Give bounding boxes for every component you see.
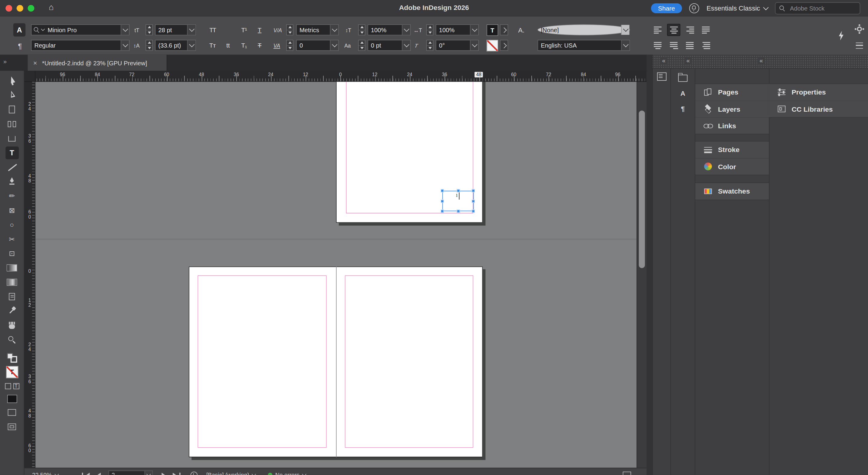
stepper-down[interactable] <box>427 30 433 35</box>
collapsed-panel-icon[interactable] <box>657 72 666 81</box>
font-family-combo[interactable]: Minion Pro <box>31 24 130 36</box>
horizontal-ruler[interactable]: 96 84 72 60 48 36 24 12 0 12 24 36 48 60… <box>36 71 647 82</box>
free-transform-tool[interactable]: ⊡ <box>0 246 24 260</box>
rectangle-frame-tool[interactable]: ⊠ <box>0 203 24 217</box>
justify-all-button[interactable] <box>683 39 696 51</box>
document-canvas[interactable]: 1 <box>36 82 637 468</box>
tracking-stepper[interactable] <box>286 40 293 51</box>
paragraph-styles-icon[interactable]: ¶ <box>681 105 684 113</box>
stepper-down[interactable] <box>146 30 152 35</box>
panel-button-stroke[interactable]: Stroke <box>695 141 769 158</box>
stepper-up[interactable] <box>287 40 293 45</box>
gradient-feather-tool[interactable] <box>0 275 24 289</box>
line-tool[interactable] <box>0 160 24 174</box>
font-size-dropdown-button[interactable] <box>187 25 195 35</box>
text-stroke-none-swatch[interactable] <box>487 40 498 52</box>
stepper-down[interactable] <box>287 30 293 35</box>
scrollbar-thumb[interactable] <box>639 110 645 268</box>
align-right-button[interactable] <box>683 24 696 36</box>
stepper-down[interactable] <box>427 46 433 50</box>
underline-button[interactable]: T <box>253 24 267 36</box>
panel-button-color[interactable]: Color <box>695 158 769 175</box>
preflight-status[interactable]: No errors <box>268 472 306 475</box>
all-caps-button[interactable]: TT <box>205 24 220 36</box>
character-style-dropdown-button[interactable] <box>621 25 629 35</box>
frame-handle[interactable] <box>472 189 475 192</box>
stepper-up[interactable] <box>359 40 365 45</box>
align-towards-spine-button[interactable] <box>699 39 712 51</box>
kerning-field[interactable]: Metrics <box>296 24 339 36</box>
text-stroke-more-button[interactable] <box>500 40 508 51</box>
apply-color-button[interactable] <box>0 405 24 419</box>
expand-panel-icon[interactable]: » <box>3 58 7 65</box>
panel-button-pages[interactable]: Pages <box>695 84 769 101</box>
language-combo[interactable]: English: USA <box>537 40 630 51</box>
leading-field[interactable]: (33.6 pt) <box>155 40 196 51</box>
frame-handle[interactable] <box>472 209 475 213</box>
scissors-tool[interactable]: ✂ <box>0 232 24 246</box>
character-styles-icon[interactable]: A <box>681 90 685 98</box>
horizontal-scale-dropdown-button[interactable] <box>470 25 478 35</box>
content-collector-tool[interactable] <box>0 131 24 145</box>
lightning-icon[interactable] <box>838 31 844 40</box>
stepper-down[interactable] <box>287 46 293 50</box>
discover-icon[interactable] <box>689 3 699 13</box>
formatting-affects-text-icon[interactable]: T <box>13 383 19 389</box>
character-formatting-mode-button[interactable]: A <box>13 23 25 36</box>
language-dropdown-button[interactable] <box>621 40 629 50</box>
next-page-button[interactable] <box>161 473 165 475</box>
shape-tool[interactable]: ○ <box>0 217 24 232</box>
text-fill-swatch[interactable]: T <box>487 24 498 36</box>
type-tool[interactable]: T <box>0 145 24 160</box>
kerning-stepper[interactable] <box>286 24 293 36</box>
gradient-swatch-tool[interactable] <box>0 260 24 275</box>
page-number-dropdown-button[interactable] <box>144 471 152 475</box>
text-color-indicator[interactable]: T <box>0 364 24 380</box>
formatting-affects-container-icon[interactable] <box>5 383 11 389</box>
last-page-button[interactable] <box>173 473 180 475</box>
stock-search-input[interactable] <box>789 4 846 12</box>
font-size-field[interactable]: 28 pt <box>155 24 196 36</box>
previous-page-button[interactable] <box>97 473 101 475</box>
skew-field[interactable]: 0° <box>436 40 479 51</box>
gap-tool[interactable] <box>0 117 24 131</box>
panel-button-links[interactable]: Links <box>695 117 769 134</box>
baseline-shift-field[interactable]: 0 pt <box>368 40 411 51</box>
superscript-button[interactable]: T¹ <box>237 24 251 36</box>
skew-stepper[interactable] <box>426 40 433 51</box>
baseline-shift-dropdown-button[interactable] <box>402 40 410 50</box>
font-family-dropdown-button[interactable] <box>121 25 129 35</box>
collapse-panels-icon[interactable]: « <box>685 57 691 64</box>
ligatures-button[interactable]: tt <box>221 39 236 51</box>
vertical-scale-stepper[interactable] <box>358 24 365 36</box>
preflight-profile-select[interactable]: [Basic] (working) <box>206 472 256 475</box>
stepper-up[interactable] <box>146 40 152 45</box>
baseline-shift-stepper[interactable] <box>358 40 365 51</box>
hand-tool[interactable] <box>0 318 24 332</box>
note-tool[interactable] <box>0 289 24 304</box>
stepper-up[interactable] <box>287 25 293 30</box>
skew-dropdown-button[interactable] <box>470 40 478 50</box>
zoom-level-select[interactable]: 22.59% <box>32 472 59 475</box>
swap-fill-stroke-icon[interactable] <box>0 350 24 365</box>
workspace-switcher[interactable]: Essentials Classic <box>707 4 768 12</box>
horizontal-scale-field[interactable]: 100% <box>436 24 479 36</box>
screen-mode-button[interactable] <box>0 419 24 434</box>
frame-handle[interactable] <box>441 200 444 203</box>
first-page-button[interactable] <box>82 473 90 475</box>
align-center-button[interactable] <box>667 24 680 36</box>
frame-handle[interactable] <box>441 189 444 192</box>
fill-swatch[interactable] <box>0 392 24 405</box>
stepper-up[interactable] <box>146 25 152 30</box>
subscript-button[interactable]: T₁ <box>237 39 251 51</box>
stepper-down[interactable] <box>359 46 365 50</box>
align-left-button[interactable] <box>651 24 664 36</box>
justify-last-right-button[interactable] <box>667 39 680 51</box>
horizontal-scale-stepper[interactable] <box>426 24 433 36</box>
stepper-up[interactable] <box>427 25 433 30</box>
stepper-up[interactable] <box>427 40 433 45</box>
strikethrough-button[interactable]: T <box>253 39 267 51</box>
small-caps-button[interactable]: Tт <box>205 39 220 51</box>
status-panel-icon[interactable] <box>623 472 631 475</box>
eyedropper-tool[interactable] <box>0 303 24 318</box>
